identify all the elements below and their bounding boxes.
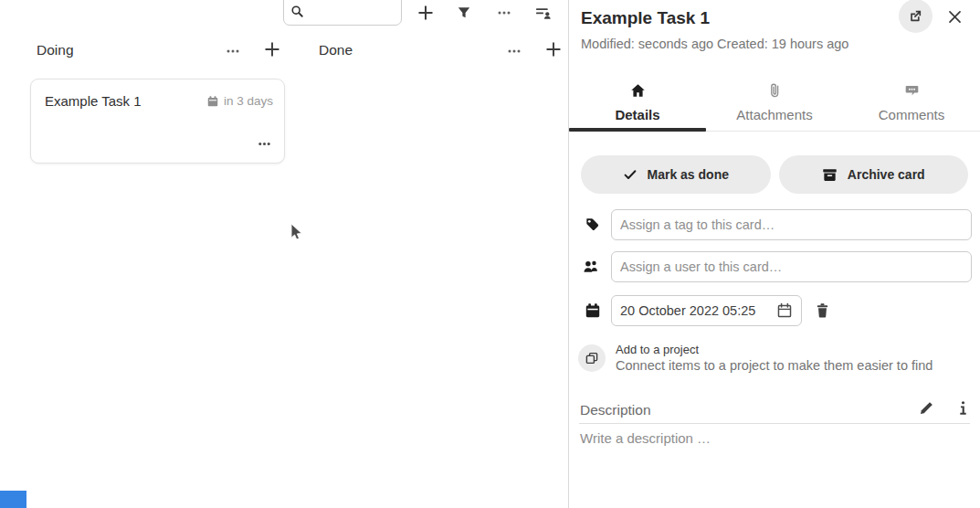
done-add-card-button[interactable]: [543, 38, 564, 60]
remove-due-date-button[interactable]: [811, 300, 833, 322]
add-to-project-button[interactable]: [578, 344, 606, 372]
card-title: Example Task 1: [45, 93, 142, 109]
info-icon: [956, 400, 970, 416]
plus-icon: [417, 5, 434, 21]
add-to-project-title: Add to a project: [616, 343, 699, 356]
paperclip-icon: [767, 81, 782, 100]
add-list-button[interactable]: [415, 2, 437, 24]
search-box[interactable]: [283, 0, 402, 26]
add-to-project-subtitle: Connect items to a project to make them …: [616, 358, 933, 373]
description-header: Description: [579, 399, 970, 424]
card-menu-button[interactable]: [253, 132, 275, 154]
active-tab-underline: [569, 128, 706, 132]
archive-icon: [822, 167, 838, 183]
edit-description-button[interactable]: [915, 397, 937, 418]
due-date-value: 20 October 2022 05:25: [620, 303, 775, 318]
assign-user-input[interactable]: [611, 251, 972, 282]
tab-comments[interactable]: Comments: [843, 77, 980, 131]
card-detail-panel: Example Task 1 Modified: seconds ago Cre…: [568, 0, 980, 508]
users-icon: [583, 259, 600, 274]
board-menu-button[interactable]: [493, 2, 515, 24]
assignee-list-icon: [535, 5, 553, 22]
close-icon: [947, 9, 963, 25]
doing-column-menu-button[interactable]: [222, 40, 244, 62]
description-info-button[interactable]: [952, 397, 974, 418]
column-title-doing: Doing: [37, 42, 74, 58]
calendar-icon: [585, 302, 601, 319]
filter-button[interactable]: [453, 2, 475, 24]
kanban-app-window: Doing Done Example Task 1 in 3 days Exam…: [0, 0, 980, 508]
tag-icon: [585, 217, 600, 232]
search-icon: [290, 5, 304, 18]
check-icon: [623, 167, 638, 182]
assignee-view-button[interactable]: [532, 2, 554, 24]
detail-tabs: Details Attachments Comments: [569, 77, 980, 132]
due-date-field[interactable]: 20 October 2022 05:25: [611, 295, 802, 326]
ellipsis-icon: [257, 136, 272, 152]
card-due-label: in 3 days: [224, 94, 273, 108]
assign-tag-input[interactable]: [611, 209, 972, 240]
archive-card-label: Archive card: [848, 167, 925, 182]
external-link-icon: [908, 8, 923, 24]
ellipsis-icon: [506, 43, 522, 59]
close-panel-button[interactable]: [943, 5, 965, 27]
home-icon: [630, 81, 646, 100]
mark-as-done-button[interactable]: Mark as done: [581, 155, 771, 194]
panel-title: Example Task 1: [581, 8, 710, 28]
tab-comments-label: Comments: [879, 107, 945, 122]
archive-card-button[interactable]: Archive card: [779, 155, 969, 194]
description-placeholder[interactable]: Write a description …: [580, 430, 711, 446]
open-in-window-button[interactable]: [899, 0, 933, 33]
accent-corner-indicator: [0, 491, 26, 508]
calendar-outline-icon: [776, 302, 793, 319]
filter-funnel-icon: [457, 5, 471, 20]
tab-details[interactable]: Details: [569, 77, 706, 131]
trash-icon: [815, 302, 830, 319]
ellipsis-icon: [225, 43, 241, 59]
column-title-done: Done: [319, 42, 353, 58]
plus-icon: [545, 41, 562, 58]
pencil-icon: [919, 400, 934, 416]
plus-icon: [264, 41, 280, 58]
open-date-picker-button[interactable]: [775, 301, 795, 321]
task-card[interactable]: Example Task 1 in 3 days: [30, 79, 285, 164]
tab-attachments[interactable]: Attachments: [706, 77, 843, 131]
mark-as-done-label: Mark as done: [648, 167, 729, 182]
doing-add-card-button[interactable]: [261, 38, 283, 60]
description-label: Description: [580, 402, 651, 418]
projects-stack-icon: [585, 351, 599, 365]
calendar-icon: [206, 95, 219, 108]
card-actions: Mark as done Archive card: [581, 155, 968, 194]
tab-details-label: Details: [615, 107, 659, 122]
search-input[interactable]: [308, 3, 397, 23]
mouse-cursor: [290, 223, 305, 243]
card-due-date: in 3 days: [206, 94, 273, 108]
comment-icon: [904, 81, 920, 100]
panel-meta: Modified: seconds ago Created: 19 hours …: [581, 37, 848, 51]
tab-attachments-label: Attachments: [736, 107, 812, 122]
done-column-menu-button[interactable]: [503, 40, 525, 62]
ellipsis-icon: [496, 5, 512, 21]
